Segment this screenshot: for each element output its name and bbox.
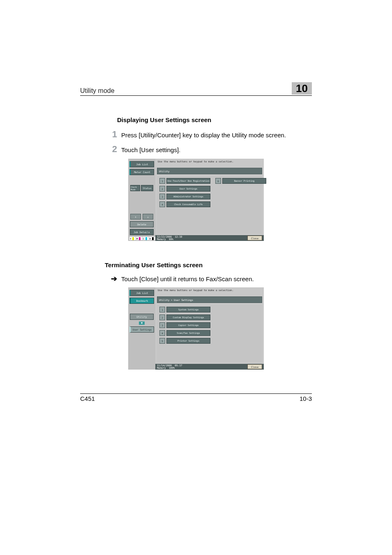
toner-y-icon: Y (129, 237, 136, 240)
step-1-number: 1 (105, 129, 117, 140)
menu-item-printer[interactable]: 5Printer Settings (159, 338, 260, 344)
nav-down-icon[interactable]: ↓ (143, 214, 153, 220)
breadcrumb: Utility (157, 168, 262, 174)
user-settings-screenshot: Job List Bookmark Utility ▼ User Setting… (128, 287, 264, 370)
job-list-button-2[interactable]: Job List (129, 290, 154, 296)
section-title-display: Displaying User Settings screen (117, 116, 312, 123)
step-1-text: Press [Utility/Counter] key to display t… (121, 132, 286, 139)
toner-c-icon: C (143, 237, 149, 240)
memory-value-2: 100% (169, 366, 175, 369)
toner-k-icon: K (149, 237, 155, 240)
check-mode-button[interactable]: Check Mode (130, 185, 140, 191)
section-title-terminate: Terminating User Settings screen (105, 261, 312, 268)
menu-item-admin-settings[interactable]: 3Administrator Settings (159, 194, 210, 199)
step-2: 2 Touch [User settings]. (80, 144, 312, 155)
menu-item-user-settings[interactable]: 2User Settings (159, 186, 210, 192)
sidebar: Job List Meter Count Check Mode Status ↑… (128, 159, 155, 241)
status-time-2: 05:17 (175, 364, 182, 367)
job-details-button[interactable]: Job Details (130, 229, 154, 235)
bookmark-button[interactable]: Bookmark (129, 298, 154, 304)
user-settings-menu: 1System Settings 2Custom Display Setting… (157, 305, 262, 362)
menu-item-banner[interactable]: 6Banner Printing (215, 178, 266, 184)
memory-label: Memory (157, 238, 166, 240)
section-number: 10 (292, 82, 312, 95)
toner-m-icon: M (136, 237, 142, 240)
memory-label-2: Memory (157, 366, 166, 369)
menu-item-copier[interactable]: 3Copier Settings (159, 322, 260, 328)
close-button-2[interactable]: Close (247, 364, 262, 369)
job-list-button[interactable]: Job List (129, 161, 154, 167)
page-footer: C451 10-3 (80, 393, 312, 402)
breadcrumb-2: Utility > User Settings (157, 296, 262, 303)
meter-count-button[interactable]: Meter Count (129, 169, 154, 175)
step-2-number: 2 (105, 144, 117, 155)
utility-button[interactable]: Utility (130, 314, 154, 320)
menu-item-system[interactable]: 1System Settings (159, 307, 260, 312)
utility-screenshot: Job List Meter Count Check Mode Status ↑… (128, 159, 264, 241)
status-bar-2: 11/14/2006 05:17 Memory 100% Close (155, 364, 264, 370)
status-time: 12:19 (175, 235, 182, 238)
menu-item-custom-display[interactable]: 2Custom Display Settings (159, 314, 260, 320)
header-title: Utility mode (80, 87, 115, 95)
chevron-down-icon: ▼ (139, 321, 145, 325)
menu-item-consumable[interactable]: 4Check Consumable Life (159, 201, 210, 207)
instruction-text: Use the menu buttons or keypad to make a… (158, 160, 233, 163)
status-button[interactable]: Status (141, 185, 153, 191)
utility-menu: 1One-Touch/User Box Registration 2User S… (157, 176, 262, 234)
arrow-icon: ➔ (105, 274, 117, 283)
step-arrow: ➔ Touch [Close] until it returns to Fax/… (80, 274, 312, 283)
delete-button[interactable]: Delete (130, 221, 154, 227)
menu-item-onetouch[interactable]: 1One-Touch/User Box Registration (159, 178, 210, 184)
status-bar: 12/22/2006 12:19 Memory 99% Close (155, 235, 264, 241)
menu-item-scanfax[interactable]: 4Scan/Fax Settings (159, 330, 260, 336)
toner-levels: Y M C K (129, 237, 155, 240)
step-2-text: Touch [User settings]. (121, 146, 180, 153)
instruction-text-2: Use the menu buttons or keypad to make a… (158, 289, 233, 291)
user-settings-button[interactable]: User Settings (129, 326, 154, 333)
nav-up-icon[interactable]: ↑ (130, 214, 141, 220)
footer-page: 10-3 (300, 395, 312, 402)
step-1: 1 Press [Utility/Counter] key to display… (80, 129, 312, 140)
sidebar-2: Job List Bookmark Utility ▼ User Setting… (128, 287, 155, 370)
footer-model: C451 (80, 395, 95, 402)
running-header: Utility mode 10 (80, 82, 312, 96)
memory-value: 99% (169, 238, 173, 240)
terminate-text: Touch [Close] until it returns to Fax/Sc… (121, 275, 254, 282)
close-button[interactable]: Close (247, 236, 262, 240)
